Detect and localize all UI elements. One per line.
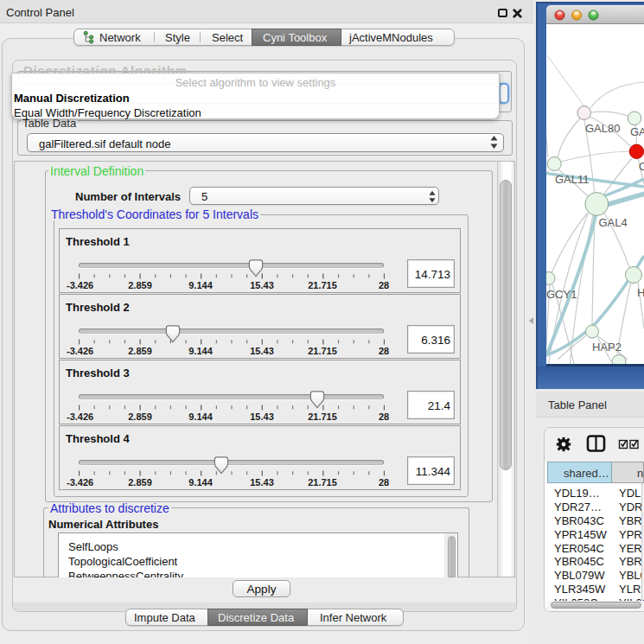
svg-text:HAP2: HAP2 — [592, 341, 622, 354]
svg-text:GAL4: GAL4 — [599, 216, 628, 229]
svg-text:GAL80: GAL80 — [585, 122, 620, 135]
svg-text:GCY1: GCY1 — [546, 288, 577, 301]
svg-text:C: C — [639, 160, 644, 173]
svg-text:H: H — [637, 286, 644, 299]
svg-text:GAL11: GAL11 — [555, 173, 590, 186]
svg-text:GA: GA — [630, 125, 644, 138]
